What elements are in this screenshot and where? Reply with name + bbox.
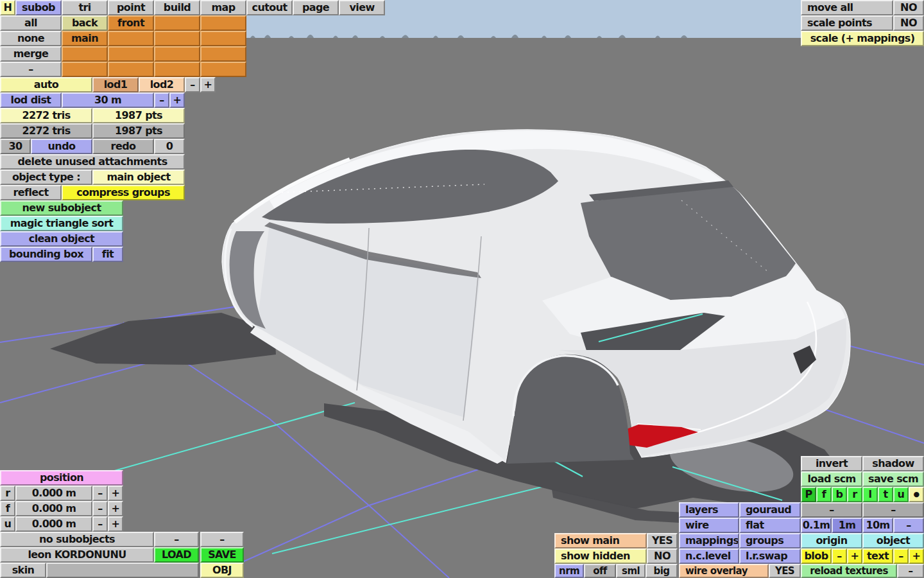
- subobject-back-cell[interactable]: back: [62, 15, 108, 31]
- subobject-grid-cell[interactable]: [62, 46, 108, 62]
- channel-u-button[interactable]: u: [893, 487, 909, 502]
- magic-triangle-sort-button[interactable]: magic triangle sort: [0, 216, 123, 231]
- subobject-grid-cell[interactable]: [200, 15, 246, 31]
- subobject-grid-cell[interactable]: [154, 15, 200, 31]
- nrm-off-button[interactable]: off: [584, 564, 616, 578]
- blob-plus-button[interactable]: +: [847, 548, 862, 564]
- move-all-toggle[interactable]: NO: [893, 0, 924, 15]
- position-f-plus-button[interactable]: +: [108, 501, 123, 516]
- groups-button[interactable]: groups: [739, 533, 801, 548]
- wire-button[interactable]: wire: [679, 518, 739, 533]
- tab-cutout[interactable]: cutout: [246, 0, 293, 15]
- subobject-grid-cell[interactable]: [200, 31, 246, 46]
- load-scm-button[interactable]: load scm: [801, 471, 862, 487]
- text-minus-button[interactable]: –: [893, 548, 909, 564]
- tab-tri[interactable]: tri: [62, 0, 108, 15]
- save-scm-button[interactable]: save scm: [862, 471, 924, 487]
- subobject-grid-cell[interactable]: [108, 31, 154, 46]
- subobject-grid-cell[interactable]: [200, 46, 246, 62]
- tab-point[interactable]: point: [108, 0, 154, 15]
- channel-b-button[interactable]: b: [832, 487, 847, 502]
- save-button[interactable]: SAVE: [200, 547, 244, 563]
- select-none-button[interactable]: none: [0, 31, 62, 46]
- channel-l-button[interactable]: l: [862, 487, 878, 502]
- lr-swap-button[interactable]: l.r.swap: [739, 548, 801, 564]
- subobject-front-cell[interactable]: front: [108, 15, 154, 31]
- grid-dash-button[interactable]: –: [893, 518, 924, 533]
- nrm-sml-button[interactable]: sml: [616, 564, 646, 578]
- bounding-box-fit-button[interactable]: fit: [92, 247, 123, 262]
- scale-points-toggle[interactable]: NO: [893, 15, 924, 31]
- position-f-value[interactable]: 0.000 m: [15, 501, 92, 516]
- subobject-grid-cell[interactable]: [108, 62, 154, 77]
- new-subobject-button[interactable]: new subobject: [0, 200, 123, 216]
- position-u-plus-button[interactable]: +: [108, 516, 123, 532]
- position-u-value[interactable]: 0.000 m: [15, 516, 92, 532]
- merge-button[interactable]: merge: [0, 46, 62, 62]
- position-r-plus-button[interactable]: +: [108, 486, 123, 501]
- lod-dist-value[interactable]: 30 m: [62, 92, 154, 108]
- redo-button[interactable]: redo: [92, 139, 154, 154]
- channel-t-button[interactable]: t: [878, 487, 893, 502]
- lod-dist-plus-button[interactable]: +: [169, 92, 185, 108]
- tab-subob[interactable]: subob: [15, 0, 62, 15]
- shadow-button[interactable]: shadow: [862, 456, 924, 471]
- scm-dash-button[interactable]: –: [862, 502, 924, 518]
- tab-view[interactable]: view: [339, 0, 385, 15]
- grid-1m-button[interactable]: 1m: [832, 518, 862, 533]
- reload-dash-button[interactable]: –: [897, 564, 924, 578]
- skin-button[interactable]: skin: [0, 563, 46, 578]
- subobject-grid-cell[interactable]: [154, 46, 200, 62]
- channel-dot-button[interactable]: ●: [909, 487, 924, 502]
- selection-dash-button[interactable]: –: [0, 62, 62, 77]
- blob-minus-button[interactable]: –: [832, 548, 847, 564]
- subobject-grid-cell[interactable]: [108, 46, 154, 62]
- subobject-grid-cell[interactable]: [62, 62, 108, 77]
- channel-f-button[interactable]: f: [816, 487, 832, 502]
- mappings-button[interactable]: mappings: [679, 533, 739, 548]
- skin-name-field[interactable]: [46, 563, 199, 578]
- gouraud-button[interactable]: gouraud: [739, 502, 801, 518]
- lod-dist-minus-button[interactable]: –: [154, 92, 169, 108]
- tab-page[interactable]: page: [293, 0, 339, 15]
- position-f-minus-button[interactable]: –: [92, 501, 108, 516]
- text-button[interactable]: text: [862, 548, 893, 564]
- subobject-dash-button[interactable]: –: [154, 532, 199, 547]
- channel-r-button[interactable]: r: [847, 487, 862, 502]
- show-main-toggle[interactable]: YES: [647, 533, 678, 548]
- position-u-minus-button[interactable]: –: [92, 516, 108, 532]
- subobject-grid-cell[interactable]: [154, 31, 200, 46]
- text-plus-button[interactable]: +: [909, 548, 924, 564]
- clean-object-button[interactable]: clean object: [0, 231, 123, 247]
- subobject-dash-button[interactable]: –: [200, 532, 244, 547]
- show-hidden-toggle[interactable]: NO: [647, 548, 678, 564]
- nc-level-button[interactable]: n.c.level: [679, 548, 739, 564]
- nrm-button[interactable]: nrm: [554, 564, 584, 578]
- tab-map[interactable]: map: [200, 0, 246, 15]
- blob-button[interactable]: blob: [801, 548, 832, 564]
- bounding-box-button[interactable]: bounding box: [0, 247, 92, 262]
- position-r-value[interactable]: 0.000 m: [15, 486, 92, 501]
- reflect-button[interactable]: reflect: [0, 185, 62, 200]
- load-button[interactable]: LOAD: [154, 547, 199, 563]
- scale-mappings-button[interactable]: scale (+ mappings): [801, 31, 924, 46]
- compress-groups-button[interactable]: compress groups: [62, 185, 185, 200]
- position-r-minus-button[interactable]: –: [92, 486, 108, 501]
- invert-button[interactable]: invert: [801, 456, 862, 471]
- model-name-field[interactable]: leon KORDONUNU: [0, 547, 154, 563]
- object-type-value[interactable]: main object: [92, 170, 185, 185]
- export-obj-button[interactable]: OBJ: [200, 563, 244, 578]
- origin-button[interactable]: origin: [801, 533, 862, 548]
- lod-minus-button[interactable]: –: [185, 77, 200, 92]
- lod1-button[interactable]: lod1: [92, 77, 139, 92]
- channel-P-button[interactable]: P: [801, 487, 816, 502]
- lod-auto-button[interactable]: auto: [0, 77, 92, 92]
- tab-h[interactable]: H: [0, 0, 15, 15]
- undo-button[interactable]: undo: [31, 139, 92, 154]
- delete-unused-attachments-button[interactable]: delete unused attachments: [0, 154, 185, 170]
- lod-plus-button[interactable]: +: [200, 77, 216, 92]
- subobject-main-cell[interactable]: main: [62, 31, 108, 46]
- layers-button[interactable]: layers: [679, 502, 739, 518]
- reload-textures-button[interactable]: reload textures: [801, 564, 897, 578]
- select-all-button[interactable]: all: [0, 15, 62, 31]
